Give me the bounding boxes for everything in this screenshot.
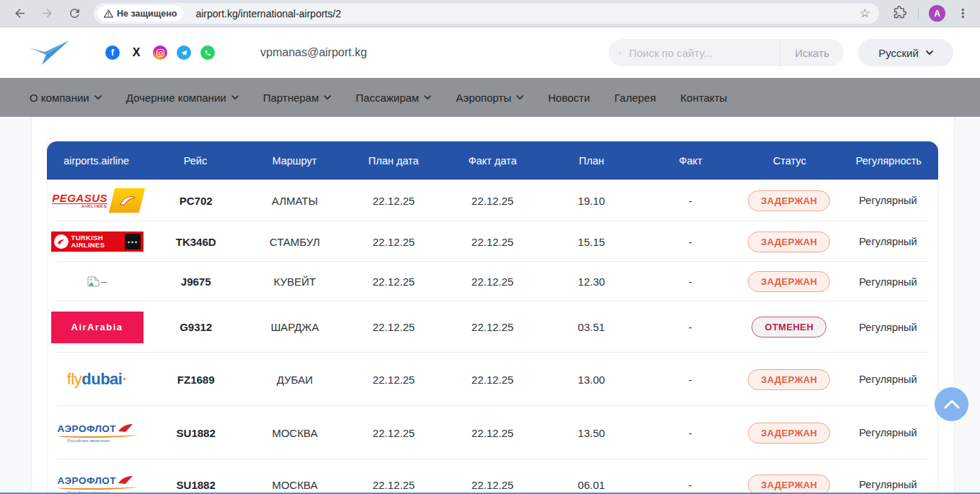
toolbar-divider [918,7,919,19]
whatsapp-icon[interactable] [200,45,215,60]
nav-item-airports[interactable]: Аэропорты [456,92,524,104]
nav-item-passengers[interactable]: Пассажирам [356,92,431,104]
route: СТАМБУЛ [245,236,344,248]
fact-time: - [641,236,740,248]
regularity: Регулярный [839,479,937,490]
language-selector[interactable]: Русский [858,39,953,66]
plan-date: 22.12.25 [344,479,443,491]
status-badge: ЗАДЕРЖАН [748,231,830,252]
route: АЛМАТЫ [245,195,344,207]
search-input[interactable] [622,47,780,59]
nav-item-gallery[interactable]: Галерея [614,92,656,104]
status-badge: ЗАДЕРЖАН [748,190,830,211]
address-bar[interactable]: Не защищено airport.kg/international-air… [94,3,879,24]
regularity: Регулярный [839,276,937,288]
flight-number: TK346D [146,236,245,248]
flight-number: SU1882 [146,427,245,439]
flights-table: airports.airline Рейс Маршрут План дата … [47,141,938,493]
language-label: Русский [878,47,919,59]
url-text[interactable]: airport.kg/international-airports/2 [195,8,855,19]
plan-time: 12.30 [542,275,641,288]
chevron-down-icon [94,95,102,100]
chevron-down-icon [324,95,331,100]
air-arabia-logo: AirArabia [48,312,146,343]
fact-date: 22.12.25 [443,374,542,386]
forward-icon[interactable] [35,2,58,25]
flight-number: SU1882 [146,479,245,491]
col-airline: airports.airline [47,155,146,167]
flight-number: G9312 [146,321,245,333]
nav-item-news[interactable]: Новости [548,92,590,104]
table-row: АЭРОФЛОТ Российские авиалинии SU1882 МОС… [48,406,937,459]
status-cell: ЗАДЕРЖАН [740,231,839,252]
nav-item-company[interactable]: О компании [30,92,102,104]
plan-time: 19.10 [542,195,641,207]
col-plan: План [542,155,641,167]
search-button[interactable]: Искать [780,39,844,66]
regularity: Регулярный [839,427,937,438]
col-flight: Рейс [146,155,244,167]
security-label: Не защищено [117,9,177,19]
status-badge: ЗАДЕРЖАН [748,423,830,444]
instagram-icon[interactable] [153,45,167,60]
route: МОСКВА [245,427,344,439]
profile-avatar[interactable]: A [929,5,945,22]
turkish-emblem [54,234,69,249]
regularity: Регулярный [839,195,937,206]
plan-date: 22.12.25 [344,195,443,207]
fact-time: - [641,479,740,491]
fact-date: 22.12.25 [443,195,542,207]
plan-date: 22.12.25 [344,427,443,439]
extensions-icon[interactable] [893,6,906,22]
site-search: Искать [609,39,844,66]
page-content: airports.airline Рейс Маршрут План дата … [0,117,980,493]
fact-time: - [641,374,740,386]
fact-date: 22.12.25 [443,321,542,333]
col-route: Маршрут [245,155,344,167]
main-nav: О компании Дочерние компании Партнерам П… [0,78,980,117]
back-icon[interactable] [8,2,31,25]
status-badge: ОТМЕНЕН [751,317,826,338]
warning-icon [104,9,113,18]
table-header-row: airports.airline Рейс Маршрут План дата … [47,141,938,180]
airport-logo[interactable] [27,38,71,68]
plan-date: 22.12.25 [344,321,443,333]
fact-date: 22.12.25 [443,427,542,439]
scroll-to-top-button[interactable] [935,387,968,421]
route: КУВЕЙТ [245,275,344,288]
nav-item-partners[interactable]: Партнерам [263,92,332,104]
content-card: airports.airline Рейс Маршрут План дата … [31,117,955,493]
x-twitter-icon[interactable]: X [129,45,144,60]
flight-number: FZ1689 [146,374,245,386]
facebook-icon[interactable]: f [105,45,120,60]
table-row: -- J9675 КУВЕЙТ 22.12.25 22.12.25 12.30 … [48,262,937,301]
aeroflot-wing-icon [118,424,133,433]
chevron-down-icon [424,95,431,100]
aeroflot-swoosh [58,433,137,438]
plan-date: 22.12.25 [344,275,443,288]
chevron-up-icon [944,400,960,409]
turkish-airlines-logo: TURKISH AIRLINES ✦✦✦ [48,231,146,252]
chevron-down-icon [231,95,239,100]
contact-email[interactable]: vpmanas@airport.kg [260,46,367,59]
security-chip[interactable]: Не защищено [97,5,184,22]
status-cell: ЗАДЕРЖАН [740,369,839,390]
chevron-down-icon [926,50,933,55]
col-status: Статус [740,155,839,167]
telegram-icon[interactable] [177,45,191,60]
reload-icon[interactable] [63,2,86,25]
aeroflot-logo: АЭРОФЛОТ Российские авиалинии [48,423,146,443]
browser-menu-icon[interactable]: ⋮ [951,6,974,20]
nav-item-subsidiaries[interactable]: Дочерние компании [126,92,239,104]
pegasus-bird-emblem [109,188,145,213]
bookmark-star-icon[interactable]: ☆ [855,6,875,21]
fact-date: 22.12.25 [443,275,542,288]
table-row: PEGASUS AIRLINES PC702 АЛМАТЫ 22.12.25 2… [48,180,937,221]
fact-time: - [641,195,740,207]
nav-item-contacts[interactable]: Контакты [681,92,728,104]
chevron-down-icon [516,95,524,100]
social-links: f X [105,45,215,60]
flight-number: J9675 [146,275,245,288]
flight-number: PC702 [146,195,245,207]
plan-date: 22.12.25 [344,374,443,386]
